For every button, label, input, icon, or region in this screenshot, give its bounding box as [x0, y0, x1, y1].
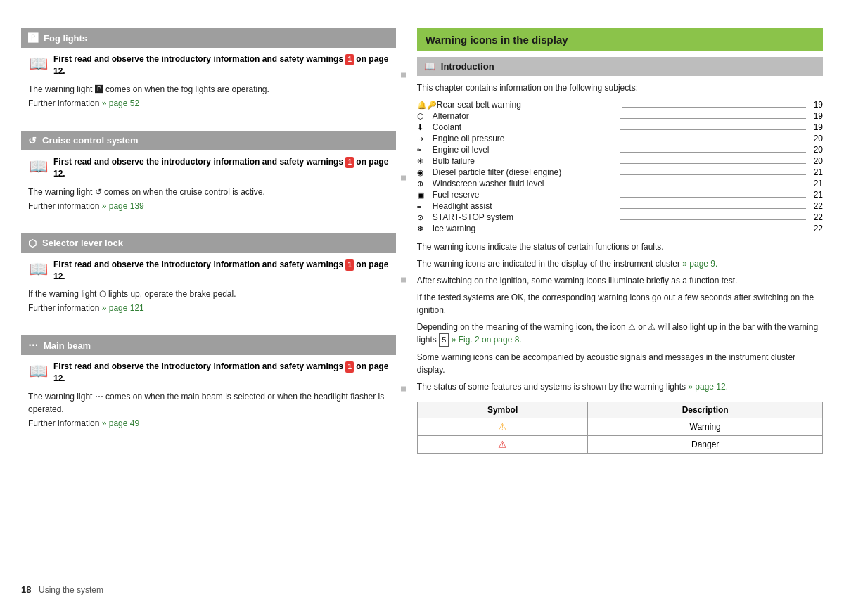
toc-row-alternator: ⬡ Alternator 19 — [417, 111, 823, 121]
fog-lights-page-link[interactable]: » page 52 — [102, 98, 139, 108]
toc-dots-fuel — [620, 197, 806, 198]
toc-label-washer: Windscreen washer fluid level — [433, 179, 618, 188]
toc-page-alternator: 19 — [809, 111, 823, 121]
book-icon-fog: 📖 — [28, 55, 48, 73]
toc-dots-seatbelt — [622, 107, 806, 108]
cruise-page-link[interactable]: » page 139 — [102, 201, 144, 211]
toc-page-ice: 22 — [809, 224, 823, 233]
toc-icon-headlight: ≡ — [417, 202, 433, 210]
toc-row-coolant: ⬇ Coolant 19 — [417, 122, 823, 132]
para-2-link[interactable]: » page 9. — [682, 259, 717, 269]
fog-lights-body-text: The warning light 🅿 comes on when the fo… — [28, 83, 389, 96]
danger-badge-main-beam: 1 — [345, 361, 354, 373]
para-7-link[interactable]: » page 12. — [688, 382, 728, 392]
toc-label-ice: Ice warning — [433, 224, 618, 233]
toc-row-oil-level: ≈ Engine oil level 20 — [417, 145, 823, 155]
fog-lights-warning-text: First read and observe the introductory … — [53, 53, 389, 77]
fog-lights-header: 🅿 Fog lights — [21, 28, 396, 48]
book-icon-selector: 📖 — [28, 260, 48, 278]
toc-icon-oil-pressure: ⇢ — [417, 134, 433, 143]
toc-page-bulb: 20 — [809, 156, 823, 166]
fog-lights-link: Further information » page 52 — [28, 98, 389, 108]
toc-icon-bulb: ✳ — [417, 157, 433, 166]
selector-warning-text: First read and observe the introductory … — [53, 259, 389, 283]
toc-label-coolant: Coolant — [433, 122, 618, 132]
para-4: If the tested systems are OK, the corres… — [417, 291, 823, 316]
toc-row-diesel: ◉ Diesel particle filter (diesel engine)… — [417, 167, 823, 177]
toc-dots-coolant — [620, 129, 806, 130]
cruise-icon: ↺ — [28, 135, 37, 146]
cruise-title: Cruise control system — [42, 135, 139, 146]
table-desc-danger: Danger — [588, 435, 823, 453]
toc-row-startstop: ⊙ START-STOP system 22 — [417, 212, 823, 222]
toc-label-fuel: Fuel reserve — [433, 190, 618, 200]
intro-book-icon: 📖 — [424, 61, 435, 72]
toc-dots-bulb — [620, 163, 806, 164]
right-main-title: Warning icons in the display — [417, 28, 823, 51]
fog-lights-marker — [401, 72, 406, 77]
selector-link: Further information » page 121 — [28, 303, 389, 313]
toc-icon-washer: ⊕ — [417, 179, 433, 188]
toc-icon-alternator: ⬡ — [417, 112, 433, 121]
intro-header: 📖 Introduction — [417, 57, 823, 76]
toc-icon-diesel: ◉ — [417, 168, 433, 177]
warning-triangle-red: ⚠ — [498, 439, 507, 450]
selector-warning-box: 📖 First read and observe the introductor… — [28, 259, 389, 283]
toc-label-seatbelt: Rear seat belt warning — [437, 100, 620, 110]
toc-dots-headlight — [620, 208, 806, 209]
para-6: Some warning icons can be accompanied by… — [417, 351, 823, 376]
toc-row-fuel: ▣ Fuel reserve 21 — [417, 190, 823, 200]
main-beam-warning-box: 📖 First read and observe the introductor… — [28, 361, 389, 385]
main-beam-page-link[interactable]: » page 49 — [102, 418, 139, 428]
toc-label-bulb: Bulb failure — [433, 156, 618, 166]
selector-lever-header: ⬡ Selector lever lock — [21, 233, 396, 253]
table-symbol-danger: ⚠ — [417, 435, 588, 453]
toc-page-fuel: 21 — [809, 190, 823, 200]
selector-lever-section: ⬡ Selector lever lock 📖 First read and o… — [21, 233, 396, 328]
toc-icon-seatbelt: 🔔🔑 — [417, 101, 437, 110]
toc-row-seatbelt: 🔔🔑 Rear seat belt warning 19 — [417, 100, 823, 110]
para-5: Depending on the meaning of the warning … — [417, 321, 823, 347]
cruise-control-section: ↺ Cruise control system 📖 First read and… — [21, 131, 396, 225]
intro-text: This chapter contains information on the… — [417, 82, 823, 94]
cruise-link: Further information » page 139 — [28, 201, 389, 211]
para-3: After switching on the ignition, some wa… — [417, 274, 823, 287]
toc-dots-oil-level — [620, 152, 806, 153]
selector-body-text: If the warning light ⬡ lights up, operat… — [28, 288, 389, 300]
toc-page-oil-level: 20 — [809, 145, 823, 155]
main-beam-header: ⋯ Main beam — [21, 335, 396, 355]
toc-icon-oil-level: ≈ — [417, 146, 433, 154]
cruise-control-body: 📖 First read and observe the introductor… — [21, 150, 396, 219]
book-icon-cruise: 📖 — [28, 158, 48, 176]
table-symbol-warning: ⚠ — [417, 418, 588, 435]
fog-lights-icon: 🅿 — [28, 32, 38, 44]
main-beam-body-text: The warning light ⋯ comes on when the ma… — [28, 390, 389, 416]
toc-dots-ice — [620, 231, 806, 231]
selector-lever-body: 📖 First read and observe the introductor… — [21, 253, 396, 322]
toc-page-diesel: 21 — [809, 167, 823, 177]
main-beam-warning-text: First read and observe the introductory … — [53, 361, 389, 385]
toc-label-diesel: Diesel particle filter (diesel engine) — [433, 167, 618, 177]
toc-page-seatbelt: 19 — [809, 100, 823, 110]
toc-label-headlight: Headlight assist — [433, 201, 618, 211]
toc-dots-alternator — [620, 118, 806, 119]
table-desc-warning: Warning — [588, 418, 823, 435]
toc-page-coolant: 19 — [809, 122, 823, 132]
selector-title: Selector lever lock — [42, 238, 123, 248]
toc-page-oil-pressure: 20 — [809, 134, 823, 143]
cruise-warning-box: 📖 First read and observe the introductor… — [28, 156, 389, 180]
danger-badge-selector: 1 — [345, 259, 354, 271]
para-5-link[interactable]: » Fig. 2 on page 8. — [452, 335, 522, 345]
selector-icon: ⬡ — [28, 238, 37, 249]
cruise-marker — [401, 175, 406, 180]
toc-row-headlight: ≡ Headlight assist 22 — [417, 201, 823, 211]
toc-dots-washer — [620, 186, 806, 186]
fig-ref-box: 5 — [439, 333, 449, 347]
fog-lights-title: Fog lights — [44, 33, 87, 44]
toc-label-oil-pressure: Engine oil pressure — [433, 134, 618, 143]
selector-page-link[interactable]: » page 121 — [102, 303, 144, 313]
para-7: The status of some features and systems … — [417, 380, 823, 393]
para-1: The warning icons indicate the status of… — [417, 240, 823, 253]
main-beam-marker — [401, 387, 406, 392]
fog-lights-body: 📖 First read and observe the introductor… — [21, 48, 396, 117]
